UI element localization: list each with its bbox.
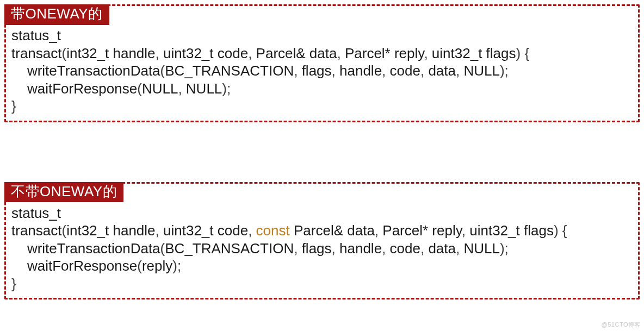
code-token: ); [500, 240, 509, 257]
code-token: int32_t handle [66, 45, 155, 61]
code-token: , [332, 63, 339, 79]
code-token: flags [302, 240, 332, 257]
code-token: data [428, 63, 456, 79]
code-token: NULL [463, 63, 499, 79]
code-content-no-oneway: status_t transact(int32_t handle, uint32… [11, 193, 633, 293]
code-token: , [420, 240, 428, 257]
code-token: uint32_t flags [432, 45, 516, 61]
code-token: , [462, 222, 469, 239]
code-token: ( [62, 45, 67, 61]
code-token: ); [172, 258, 181, 274]
code-token: flags [302, 63, 332, 79]
code-token: writeTransactionData [11, 240, 160, 257]
code-token: ( [62, 222, 67, 239]
code-token: ); [222, 80, 231, 97]
code-token: NULL [463, 240, 499, 257]
code-token: const [256, 222, 290, 239]
code-token: ) { [516, 45, 530, 61]
code-token: } [11, 276, 16, 292]
code-token: ( [160, 63, 165, 79]
code-token: code [390, 63, 420, 79]
code-token: waitForResponse [11, 258, 137, 274]
code-token: waitForResponse [11, 80, 137, 97]
code-content-oneway: status_t transact(int32_t handle, uint32… [11, 16, 633, 115]
code-token: , [424, 45, 431, 61]
code-block-no-oneway: 不带ONEWAY的 status_t transact(int32_t hand… [4, 182, 640, 300]
code-token: , [456, 63, 463, 79]
code-token: , [420, 63, 428, 79]
code-token: , [156, 45, 163, 61]
code-token: Parcel* reply [345, 45, 424, 61]
code-token: ) { [554, 222, 567, 239]
code-token: , [456, 240, 463, 257]
code-token: uint32_t code [163, 45, 248, 61]
code-token: ( [160, 240, 165, 257]
code-token: , [375, 222, 382, 239]
code-block-oneway: 带ONEWAY的 status_t transact(int32_t handl… [4, 4, 640, 122]
code-token: ( [137, 258, 142, 274]
code-token: , [178, 80, 185, 97]
code-token: BC_TRANSACTION [165, 63, 294, 79]
code-token: handle [339, 240, 382, 257]
code-token: Parcel* reply [382, 222, 461, 239]
code-token: transact [11, 222, 62, 239]
code-token: transact [11, 45, 62, 61]
code-token: NULL [186, 80, 222, 97]
block-title-oneway: 带ONEWAY的 [4, 4, 109, 25]
code-token: Parcel& data [256, 45, 337, 61]
code-token: data [428, 240, 456, 257]
code-token: , [248, 45, 256, 61]
code-token: , [248, 222, 256, 239]
code-token: reply [142, 258, 172, 274]
code-token: code [390, 240, 420, 257]
code-token: , [337, 45, 344, 61]
code-token: , [294, 63, 301, 79]
code-token: , [382, 240, 389, 257]
code-token: status_t [11, 205, 61, 221]
code-token: , [156, 222, 163, 239]
code-token: ( [137, 80, 142, 97]
code-token: NULL [142, 80, 178, 97]
code-token: ); [500, 63, 509, 79]
code-token: , [382, 63, 389, 79]
code-token: , [332, 240, 339, 257]
code-token: uint32_t flags [469, 222, 554, 239]
code-token: BC_TRANSACTION [165, 240, 294, 257]
code-token: status_t [11, 27, 61, 43]
code-token: handle [339, 63, 382, 79]
code-token: } [11, 98, 16, 114]
watermark: @51CTO博客 [602, 321, 641, 329]
code-token: writeTransactionData [11, 63, 160, 79]
code-token: uint32_t code [163, 222, 248, 239]
code-token: , [294, 240, 301, 257]
code-token: Parcel& data [290, 222, 375, 239]
code-token: int32_t handle [66, 222, 155, 239]
block-title-no-oneway: 不带ONEWAY的 [4, 182, 123, 203]
